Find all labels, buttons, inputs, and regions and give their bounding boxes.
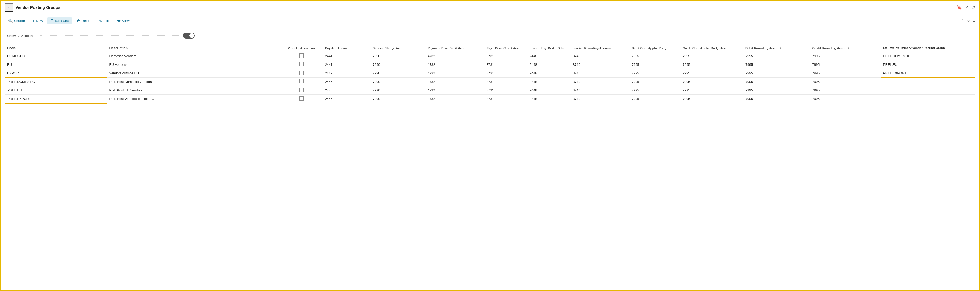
- toolbar-right-icons: ⇧ ▿ ≡: [961, 18, 975, 23]
- sort-asc-icon: ↑: [17, 46, 19, 50]
- view-button[interactable]: 👁 View: [114, 17, 133, 24]
- credit-rounding-cell: 7995: [810, 52, 880, 60]
- col-header-payab[interactable]: Payab... Accou...: [323, 44, 371, 52]
- view-all-checkbox[interactable]: [299, 62, 304, 66]
- search-button[interactable]: 🔍 Search: [5, 17, 28, 24]
- view-all-cell[interactable]: [280, 95, 323, 103]
- col-header-payment-disc-debit[interactable]: Payment Disc. Debit Acc.: [426, 44, 484, 52]
- pay-disc-cr-cell: 3731: [484, 86, 527, 95]
- filter-icon[interactable]: ▿: [967, 18, 970, 23]
- credit-curr-cell: 7995: [681, 69, 743, 78]
- table-row: DOMESTICDomestic Vendors2441799047323731…: [5, 52, 975, 60]
- invoice-rounding-cell: 3740: [571, 78, 630, 86]
- svc-cell: 7990: [371, 69, 425, 78]
- code-cell[interactable]: DOMESTIC: [5, 52, 107, 60]
- debit-rounding-cell: 7995: [743, 95, 810, 103]
- debit-curr-cell: 7995: [630, 60, 681, 69]
- new-button[interactable]: + New: [29, 17, 46, 24]
- description-cell: Prel. Post Vendors outside EU: [107, 95, 280, 103]
- exflow-cell[interactable]: [881, 86, 975, 95]
- plus-icon: +: [32, 19, 35, 23]
- exflow-cell[interactable]: PREL.DOMESTIC: [881, 52, 975, 60]
- debit-curr-cell: 7995: [630, 86, 681, 95]
- share-icon[interactable]: ⇧: [961, 18, 964, 23]
- svc-cell: 7990: [371, 60, 425, 69]
- toggle-area: Show All Accounts: [0, 27, 980, 44]
- bookmark-icon[interactable]: 🔖: [956, 5, 962, 10]
- pay-disc-cell: 4732: [426, 69, 484, 78]
- edit-button[interactable]: ✎ Edit: [96, 17, 113, 24]
- code-cell[interactable]: PREL.DOMESTIC: [5, 78, 107, 86]
- svc-cell: 7990: [371, 52, 425, 60]
- col-header-description[interactable]: Description: [107, 44, 280, 52]
- credit-curr-cell: 7995: [681, 95, 743, 103]
- view-all-checkbox[interactable]: [299, 96, 304, 100]
- open-new-icon[interactable]: ↗: [965, 5, 969, 10]
- view-all-cell[interactable]: [280, 52, 323, 60]
- invoice-rounding-cell: 3740: [571, 86, 630, 95]
- debit-curr-cell: 7995: [630, 69, 681, 78]
- credit-rounding-cell: 7995: [810, 78, 880, 86]
- credit-rounding-cell: 7995: [810, 69, 880, 78]
- inward-cell: 2448: [527, 86, 571, 95]
- col-header-invoice-rounding[interactable]: Invoice Rounding Account: [571, 44, 630, 52]
- exflow-cell[interactable]: PREL.EU: [881, 60, 975, 69]
- code-cell[interactable]: PREL.EU: [5, 86, 107, 95]
- invoice-rounding-cell: 3740: [571, 52, 630, 60]
- back-button[interactable]: ←: [5, 3, 13, 12]
- table-row: EXPORTVendors outside EU2442799047323731…: [5, 69, 975, 78]
- col-header-view-all[interactable]: View All Acco... on: [280, 44, 323, 52]
- toggle-dots: [40, 35, 179, 36]
- table-container: Code ↑ Description View All Acco... on P…: [0, 44, 980, 108]
- inward-cell: 2448: [527, 52, 571, 60]
- page-title: Vendor Posting Groups: [16, 5, 60, 10]
- view-all-cell[interactable]: [280, 60, 323, 69]
- view-all-checkbox[interactable]: [299, 88, 304, 92]
- pay-disc-cell: 4732: [426, 95, 484, 103]
- payab-cell: 2446: [323, 95, 371, 103]
- col-header-credit-curr[interactable]: Credit Curr. Appln. Rndg. Acc.: [681, 44, 743, 52]
- col-header-debit-rounding[interactable]: Debit Rounding Account: [743, 44, 810, 52]
- trash-icon: 🗑: [76, 19, 80, 23]
- col-header-debit-curr[interactable]: Debit Curr. Appln. Rndg.: [630, 44, 681, 52]
- view-all-checkbox[interactable]: [299, 71, 304, 75]
- credit-curr-cell: 7995: [681, 86, 743, 95]
- pay-disc-cr-cell: 3731: [484, 78, 527, 86]
- code-cell[interactable]: EXPORT: [5, 69, 107, 78]
- col-header-code[interactable]: Code ↑: [5, 44, 107, 52]
- exflow-cell[interactable]: [881, 78, 975, 86]
- inward-cell: 2448: [527, 95, 571, 103]
- view-all-cell[interactable]: [280, 78, 323, 86]
- header-actions: 🔖 ↗ ⇗: [956, 5, 975, 10]
- exflow-cell[interactable]: [881, 95, 975, 103]
- delete-label: Delete: [81, 19, 92, 23]
- view-all-checkbox[interactable]: [299, 54, 304, 58]
- col-header-service-charge[interactable]: Service Charge Acc.: [371, 44, 425, 52]
- description-cell: Prel. Post Domestic Vendors: [107, 78, 280, 86]
- toggle-knob: [189, 33, 194, 38]
- pay-disc-cr-cell: 3731: [484, 60, 527, 69]
- debit-curr-cell: 7995: [630, 95, 681, 103]
- col-header-credit-rounding[interactable]: Credit Rounding Account: [810, 44, 880, 52]
- pay-disc-cell: 4732: [426, 78, 484, 86]
- pay-disc-cr-cell: 3731: [484, 52, 527, 60]
- view-all-cell[interactable]: [280, 69, 323, 78]
- col-header-exflow[interactable]: ExFlow Preliminary Vendor Posting Group: [881, 44, 975, 52]
- debit-rounding-cell: 7995: [743, 69, 810, 78]
- view-all-checkbox[interactable]: [299, 79, 304, 83]
- edit-list-button[interactable]: ☷ Edit List: [47, 17, 72, 24]
- debit-rounding-cell: 7995: [743, 86, 810, 95]
- show-all-accounts-toggle[interactable]: [183, 33, 195, 38]
- expand-icon[interactable]: ⇗: [972, 5, 975, 10]
- table-header-row: Code ↑ Description View All Acco... on P…: [5, 44, 975, 52]
- svc-cell: 7990: [371, 78, 425, 86]
- code-cell[interactable]: EU: [5, 60, 107, 69]
- col-header-payment-disc-credit[interactable]: Pay... Disc. Credit Acc.: [484, 44, 527, 52]
- code-cell[interactable]: PREL.EXPORT: [5, 95, 107, 103]
- col-header-inward[interactable]: Inward Reg. Brid... Debt: [527, 44, 571, 52]
- exflow-cell[interactable]: PREL.EXPORT: [881, 69, 975, 78]
- delete-button[interactable]: 🗑 Delete: [73, 17, 95, 24]
- columns-icon[interactable]: ≡: [973, 19, 975, 23]
- view-all-cell[interactable]: [280, 86, 323, 95]
- pay-disc-cell: 4732: [426, 86, 484, 95]
